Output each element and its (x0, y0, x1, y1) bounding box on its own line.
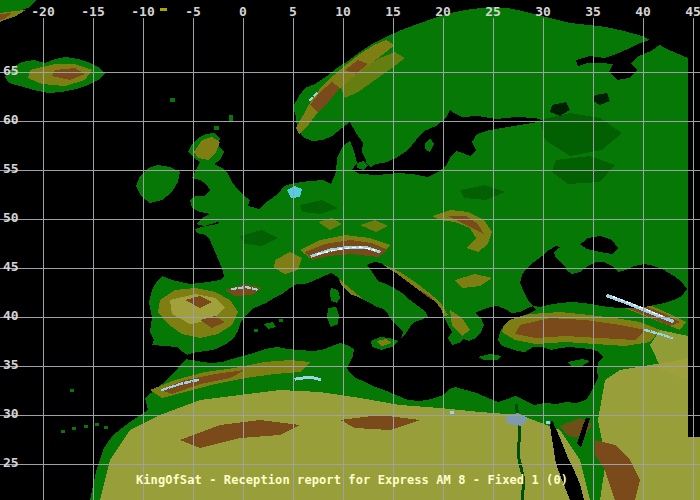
land-orkney (214, 126, 219, 130)
longitude-tick-label: 5 (289, 4, 297, 19)
map-title: KingOfSat - Reception report for Express… (136, 473, 568, 487)
longitude-tick-label: 15 (385, 4, 401, 19)
longitude-tick-label: 0 (239, 4, 247, 19)
latitude-tick-label: 25 (3, 455, 19, 470)
latitude-tick-label: 60 (3, 112, 19, 127)
longitude-tick-label: 40 (635, 4, 651, 19)
longitude-tick-label: -20 (31, 4, 55, 19)
longitude-tick-label: 20 (435, 4, 451, 19)
desert-lake-dot-1 (450, 411, 454, 414)
latitude-tick-label: 55 (3, 161, 19, 176)
map-edge-stripe (688, 25, 700, 437)
satellite-marker-dash (160, 8, 167, 11)
latitude-tick-label: 30 (3, 406, 19, 421)
reception-map-screen: -20-15-10-505101520253035404565605550454… (0, 0, 700, 500)
longitude-tick-label: 35 (585, 4, 601, 19)
land-shetland (229, 115, 233, 121)
latitude-tick-label: 35 (3, 357, 19, 372)
longitude-tick-label: -10 (131, 4, 155, 19)
longitude-tick-label: 45 (685, 4, 700, 19)
latitude-tick-label: 50 (3, 210, 19, 225)
longitude-tick-label: -5 (185, 4, 201, 19)
longitude-tick-label: 30 (535, 4, 551, 19)
desert-lake-dot-2 (546, 421, 550, 424)
latitude-tick-label: 65 (3, 63, 19, 78)
latitude-tick-label: 45 (3, 259, 19, 274)
longitude-tick-label: -15 (81, 4, 104, 19)
latitude-tick-label: 40 (3, 308, 19, 323)
coverage-map: -20-15-10-505101520253035404565605550454… (0, 0, 700, 500)
land-faroes (170, 98, 175, 102)
longitude-tick-label: 25 (485, 4, 501, 19)
longitude-tick-label: 10 (335, 4, 351, 19)
